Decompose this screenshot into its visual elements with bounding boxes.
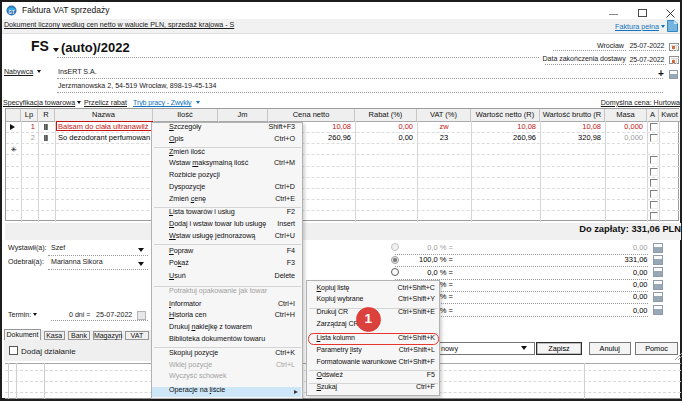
svg-text:GT: GT <box>8 10 15 15</box>
